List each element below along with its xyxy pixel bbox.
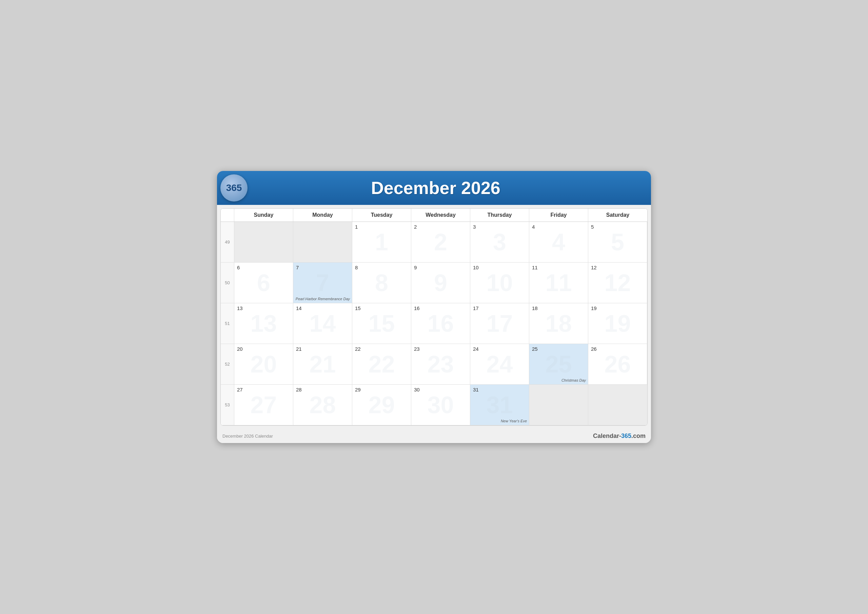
footer-label: December 2026 Calendar [222, 434, 273, 438]
date-number: 27 [237, 387, 290, 392]
date-number: 19 [591, 305, 644, 311]
calendar-cell-20[interactable]: 2020 [234, 344, 293, 385]
calendar-cell-empty[interactable] [293, 222, 352, 263]
date-number: 16 [414, 305, 467, 311]
holiday-name: Pearl Harbor Remembrance Day [296, 297, 350, 301]
date-number: 5 [591, 224, 644, 230]
week-number-51: 51 [221, 303, 234, 344]
week-number-49: 49 [221, 222, 234, 263]
date-number: 31 [473, 387, 526, 392]
calendar-cell-29[interactable]: 2929 [352, 385, 411, 425]
date-number: 18 [532, 305, 585, 311]
date-number: 28 [296, 387, 349, 392]
date-number: 6 [237, 264, 290, 270]
calendar-cell-empty[interactable] [529, 385, 588, 425]
date-number: 13 [237, 305, 290, 311]
date-number: 1 [355, 224, 408, 230]
day-header-saturday: Saturday [588, 208, 647, 222]
calendar-cell-27[interactable]: 2727 [234, 385, 293, 425]
holiday-name: Christmas Day [561, 378, 586, 382]
calendar-cell-6[interactable]: 66 [234, 263, 293, 303]
calendar-cell-22[interactable]: 2222 [352, 344, 411, 385]
calendar-cell-24[interactable]: 2424 [470, 344, 529, 385]
logo: 365 [220, 174, 248, 202]
calendar-cell-23[interactable]: 2323 [411, 344, 470, 385]
calendar-body: Sunday Monday Tuesday Wednesday Thursday… [220, 208, 648, 426]
calendar-cell-25[interactable]: 2525Christmas Day [529, 344, 588, 385]
week-number-53: 53 [221, 385, 234, 425]
calendar-cell-5[interactable]: 55 [588, 222, 647, 263]
calendar-cell-14[interactable]: 1414 [293, 303, 352, 344]
calendar-cell-17[interactable]: 1717 [470, 303, 529, 344]
date-number: 21 [296, 346, 349, 352]
week-number-50: 50 [221, 263, 234, 303]
date-number: 23 [414, 346, 467, 352]
calendar-grid: 491122334455506677Pearl Harbor Remembran… [221, 222, 647, 425]
date-number: 4 [532, 224, 585, 230]
date-number: 10 [473, 264, 526, 270]
calendar-cell-empty[interactable] [588, 385, 647, 425]
date-number: 8 [355, 264, 408, 270]
date-number: 15 [355, 305, 408, 311]
date-number: 9 [414, 264, 467, 270]
calendar-cell-2[interactable]: 22 [411, 222, 470, 263]
date-number: 24 [473, 346, 526, 352]
calendar-cell-13[interactable]: 1313 [234, 303, 293, 344]
week-num-header [221, 208, 234, 222]
calendar-footer: December 2026 Calendar Calendar-365.com [217, 429, 651, 443]
calendar-cell-19[interactable]: 1919 [588, 303, 647, 344]
calendar-cell-empty[interactable] [234, 222, 293, 263]
day-header-thursday: Thursday [470, 208, 529, 222]
date-number: 29 [355, 387, 408, 392]
calendar-cell-11[interactable]: 1111 [529, 263, 588, 303]
calendar-cell-28[interactable]: 2828 [293, 385, 352, 425]
calendar-cell-21[interactable]: 2121 [293, 344, 352, 385]
calendar-cell-18[interactable]: 1818 [529, 303, 588, 344]
date-number: 2 [414, 224, 467, 230]
calendar-cell-3[interactable]: 33 [470, 222, 529, 263]
date-number: 3 [473, 224, 526, 230]
date-number: 14 [296, 305, 349, 311]
calendar-cell-10[interactable]: 1010 [470, 263, 529, 303]
calendar-cell-26[interactable]: 2626 [588, 344, 647, 385]
day-header-friday: Friday [529, 208, 588, 222]
date-number: 26 [591, 346, 644, 352]
calendar-cell-30[interactable]: 3030 [411, 385, 470, 425]
calendar-cell-16[interactable]: 1616 [411, 303, 470, 344]
date-number: 30 [414, 387, 467, 392]
calendar-cell-15[interactable]: 1515 [352, 303, 411, 344]
calendar-cell-4[interactable]: 44 [529, 222, 588, 263]
day-header-wednesday: Wednesday [411, 208, 470, 222]
date-number: 7 [296, 264, 349, 270]
date-number: 12 [591, 264, 644, 270]
calendar-cell-31[interactable]: 3131New Year's Eve [470, 385, 529, 425]
calendar-cell-12[interactable]: 1212 [588, 263, 647, 303]
calendar-cell-7[interactable]: 77Pearl Harbor Remembrance Day [293, 263, 352, 303]
calendar-cell-9[interactable]: 99 [411, 263, 470, 303]
holiday-name: New Year's Eve [501, 419, 527, 423]
day-header-monday: Monday [293, 208, 352, 222]
days-header: Sunday Monday Tuesday Wednesday Thursday… [221, 208, 647, 222]
day-header-tuesday: Tuesday [352, 208, 411, 222]
day-header-sunday: Sunday [234, 208, 293, 222]
calendar-title: December 2026 [254, 178, 644, 198]
calendar-cell-8[interactable]: 88 [352, 263, 411, 303]
calendar-container: 365 December 2026 Sunday Monday Tuesday … [217, 171, 651, 443]
brand-text: Calendar-365.com [593, 432, 646, 439]
week-number-52: 52 [221, 344, 234, 385]
calendar-cell-1[interactable]: 11 [352, 222, 411, 263]
date-number: 11 [532, 264, 585, 270]
date-number: 20 [237, 346, 290, 352]
date-number: 25 [532, 346, 585, 352]
calendar-header: 365 December 2026 [217, 171, 651, 205]
date-number: 22 [355, 346, 408, 352]
date-number: 17 [473, 305, 526, 311]
footer-brand: Calendar-365.com [593, 432, 646, 440]
